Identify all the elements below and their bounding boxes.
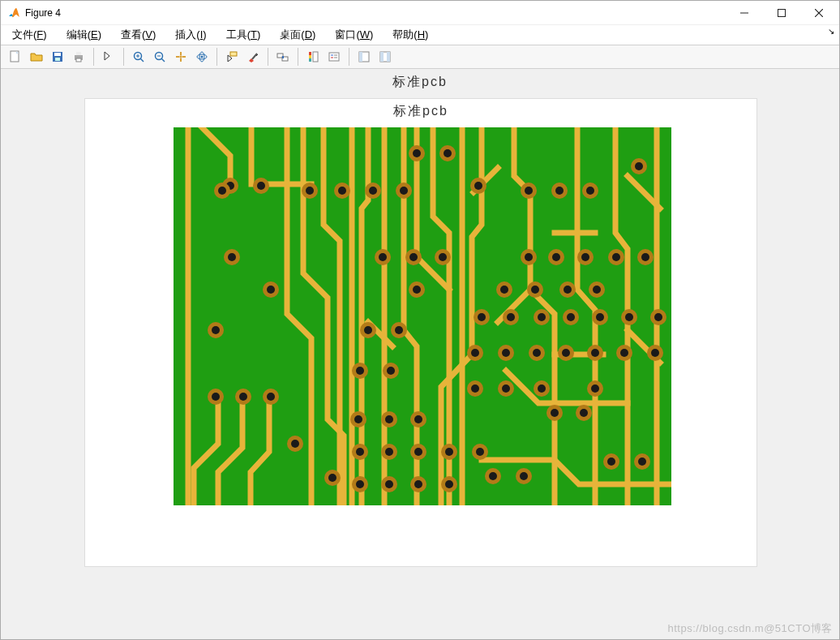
svg-point-124 <box>471 349 479 357</box>
zoom-out-button[interactable] <box>150 47 169 67</box>
svg-point-190 <box>638 457 646 466</box>
svg-point-78 <box>525 253 533 261</box>
svg-point-132 <box>591 349 599 357</box>
brush-button[interactable] <box>243 47 263 67</box>
svg-rect-22 <box>230 52 237 56</box>
figure-content: 标准pcb 标准pcb <box>1 69 839 639</box>
svg-point-170 <box>551 409 559 417</box>
toolbar-separator <box>268 48 268 66</box>
svg-point-92 <box>500 286 508 294</box>
axes-canvas[interactable]: 标准pcb <box>84 98 757 567</box>
toolbar-separator <box>216 48 217 66</box>
menu-tools[interactable]: 工具(T) <box>226 28 261 42</box>
svg-point-106 <box>478 313 486 321</box>
title-bar: Figure 4 <box>1 1 839 25</box>
edit-plot-button[interactable] <box>99 47 118 67</box>
matlab-icon <box>7 6 20 19</box>
svg-point-60 <box>400 187 408 195</box>
svg-point-152 <box>502 384 510 393</box>
svg-point-58 <box>369 187 377 195</box>
toolbar-separator <box>349 48 349 66</box>
svg-point-96 <box>564 286 572 294</box>
svg-point-76 <box>439 253 447 261</box>
menu-edit[interactable]: 编辑(E) <box>66 28 101 42</box>
figure-outer-title: 标准pcb <box>1 74 839 91</box>
close-button[interactable] <box>800 1 838 25</box>
axes-title: 标准pcb <box>84 103 757 120</box>
svg-point-180 <box>414 480 422 488</box>
svg-rect-28 <box>309 55 311 58</box>
insert-legend-button[interactable] <box>324 47 344 67</box>
menu-desktop[interactable]: 桌面(D) <box>280 28 315 42</box>
svg-line-23 <box>252 54 257 59</box>
svg-point-98 <box>593 286 601 294</box>
menu-window[interactable]: 窗口(W) <box>335 28 373 42</box>
svg-point-140 <box>239 393 247 401</box>
svg-point-108 <box>507 313 515 321</box>
svg-point-122 <box>387 367 395 375</box>
toolbar-overflow-icon[interactable]: ↘ <box>828 27 834 36</box>
svg-point-64 <box>555 187 564 195</box>
menu-help[interactable]: 帮助(H) <box>392 28 428 42</box>
svg-point-156 <box>591 384 599 393</box>
svg-point-120 <box>356 367 364 375</box>
toolbar-separator <box>298 48 298 66</box>
zoom-in-button[interactable] <box>129 47 148 67</box>
svg-point-178 <box>385 480 393 488</box>
menu-insert[interactable]: 插入(I) <box>175 28 206 42</box>
maximize-button[interactable] <box>763 1 800 25</box>
svg-rect-39 <box>387 52 390 62</box>
svg-rect-30 <box>329 53 339 61</box>
watermark-text: https://blog.csdn.m@51CTO博客 <box>668 621 833 636</box>
svg-point-164 <box>414 448 422 456</box>
svg-line-16 <box>161 58 165 62</box>
svg-point-56 <box>338 187 346 195</box>
svg-point-104 <box>395 326 403 334</box>
new-figure-button[interactable] <box>6 47 25 67</box>
menu-file[interactable]: 文件(F) <box>12 28 47 42</box>
svg-point-86 <box>641 253 649 261</box>
svg-point-134 <box>620 349 628 357</box>
svg-point-144 <box>354 415 362 423</box>
open-button[interactable] <box>27 47 46 67</box>
svg-point-188 <box>607 457 615 466</box>
save-button[interactable] <box>48 47 67 67</box>
link-button[interactable] <box>273 47 293 67</box>
pan-button[interactable] <box>171 47 191 67</box>
insert-colorbar-button[interactable] <box>303 47 323 67</box>
svg-point-174 <box>328 474 336 482</box>
minimize-button[interactable] <box>726 1 763 25</box>
figure-window: Figure 4 文件(F) 编辑(E) 查看(V) 插入(I) 工具(T) 桌… <box>0 0 840 640</box>
svg-point-114 <box>596 313 604 321</box>
svg-point-186 <box>520 472 528 480</box>
svg-point-128 <box>533 349 541 357</box>
svg-point-176 <box>356 480 364 488</box>
svg-point-150 <box>471 384 479 393</box>
svg-point-172 <box>580 409 588 417</box>
svg-point-88 <box>267 286 275 294</box>
data-cursor-button[interactable] <box>222 47 242 67</box>
svg-point-142 <box>267 393 275 401</box>
show-plot-tools-button[interactable] <box>375 47 395 67</box>
svg-point-62 <box>525 187 533 195</box>
menu-view[interactable]: 查看(V) <box>121 28 156 42</box>
svg-point-66 <box>586 187 594 195</box>
svg-rect-27 <box>309 52 311 55</box>
svg-rect-10 <box>76 58 81 62</box>
rotate-3d-button[interactable] <box>192 47 212 67</box>
svg-point-102 <box>364 326 372 334</box>
svg-point-44 <box>257 182 265 190</box>
svg-point-148 <box>414 415 422 423</box>
svg-point-94 <box>531 286 539 294</box>
svg-point-84 <box>612 253 620 261</box>
svg-point-100 <box>212 326 220 334</box>
svg-point-158 <box>291 440 299 448</box>
svg-point-74 <box>409 253 418 261</box>
svg-point-50 <box>474 182 482 190</box>
hide-plot-tools-button[interactable] <box>354 47 374 67</box>
svg-point-18 <box>179 55 182 58</box>
print-button[interactable] <box>69 47 88 67</box>
svg-rect-29 <box>313 52 318 62</box>
svg-line-12 <box>140 58 144 62</box>
svg-point-52 <box>218 187 226 195</box>
